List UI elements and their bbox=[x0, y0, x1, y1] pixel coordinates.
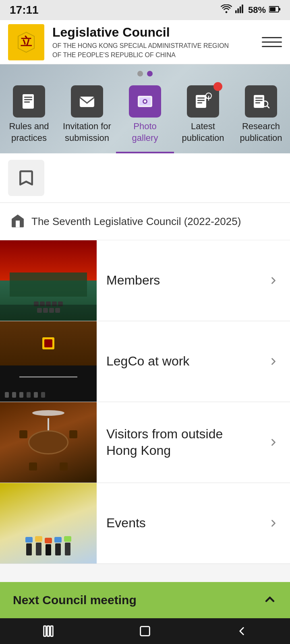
list-item-content-events: Events bbox=[97, 515, 263, 532]
svg-rect-19 bbox=[197, 100, 205, 101]
list-item-title-legco: LegCo at work bbox=[106, 354, 189, 368]
svg-rect-20 bbox=[197, 102, 202, 103]
list-item-events[interactable]: Events bbox=[0, 483, 290, 564]
tab-research[interactable]: Researchpublication bbox=[232, 81, 290, 153]
chevron-up-icon bbox=[263, 592, 277, 608]
list-item-content-members: Members bbox=[97, 272, 263, 289]
svg-point-16 bbox=[144, 100, 146, 103]
dot-2 bbox=[147, 71, 153, 76]
svg-rect-6 bbox=[279, 8, 280, 10]
signal-icon bbox=[235, 4, 245, 16]
status-bar: 17:11 58% bbox=[0, 0, 290, 20]
list-item-content-visitors: Visitors from outside Hong Kong bbox=[97, 426, 263, 459]
svg-rect-31 bbox=[44, 626, 46, 636]
svg-rect-32 bbox=[47, 626, 50, 636]
bookmark-button[interactable] bbox=[8, 160, 44, 196]
svg-rect-33 bbox=[51, 626, 53, 636]
chevron-members bbox=[263, 270, 284, 291]
chevron-legco bbox=[263, 351, 284, 372]
wifi-icon bbox=[221, 4, 232, 16]
tab-invitation[interactable]: Invitation forsubmission bbox=[58, 81, 116, 153]
chevron-visitors bbox=[263, 432, 284, 452]
tab-label-research: Researchpublication bbox=[240, 121, 282, 144]
battery-icon bbox=[269, 5, 280, 15]
tab-photo[interactable]: Photogallery bbox=[116, 81, 174, 153]
tab-icon-photo bbox=[129, 85, 161, 118]
tab-icon-invitation bbox=[71, 85, 103, 118]
logo: 立 bbox=[8, 24, 44, 60]
status-icons: 58% bbox=[221, 4, 280, 16]
tab-label-invitation: Invitation forsubmission bbox=[63, 121, 111, 144]
svg-rect-26 bbox=[255, 97, 263, 99]
svg-rect-2 bbox=[240, 6, 241, 13]
breadcrumb-text: The Seventh Legislative Council (2022-20… bbox=[31, 215, 241, 228]
home-nav-button[interactable] bbox=[133, 619, 157, 643]
status-time: 17:11 bbox=[10, 4, 39, 17]
list-item-title-members: Members bbox=[106, 273, 160, 287]
svg-rect-12 bbox=[80, 97, 94, 107]
svg-rect-5 bbox=[270, 7, 276, 11]
battery-percent: 58% bbox=[248, 5, 266, 15]
tab-label-rules: Rules andpractices bbox=[9, 121, 49, 144]
header-subtitle: OF THE HONG KONG SPECIAL ADMINISTRATIVE … bbox=[52, 41, 262, 60]
dot-1 bbox=[137, 71, 143, 76]
list-container: Members bbox=[0, 240, 290, 564]
list-item-title-visitors: Visitors from outside Hong Kong bbox=[106, 427, 223, 458]
svg-rect-28 bbox=[255, 102, 260, 103]
nav-tabs: Rules andpractices Invitation forsubmiss… bbox=[0, 81, 290, 153]
dot-indicator bbox=[0, 71, 290, 76]
svg-rect-11 bbox=[24, 101, 30, 103]
list-item-members[interactable]: Members bbox=[0, 240, 290, 321]
svg-rect-27 bbox=[255, 100, 263, 101]
next-council-meeting-banner[interactable]: Next Council meeting bbox=[0, 582, 290, 618]
svg-rect-18 bbox=[197, 97, 205, 99]
chevron-events bbox=[263, 513, 284, 533]
header: 立 Legislative Council OF THE HONG KONG S… bbox=[0, 20, 290, 64]
latest-badge bbox=[213, 82, 222, 91]
svg-line-30 bbox=[267, 106, 269, 108]
bottom-nav bbox=[0, 618, 290, 644]
thumb-legco bbox=[0, 321, 97, 402]
thumb-members bbox=[0, 240, 97, 321]
list-item-visitors[interactable]: Visitors from outside Hong Kong bbox=[0, 402, 290, 483]
tab-latest[interactable]: Latestpublication bbox=[174, 81, 232, 153]
back-button[interactable] bbox=[230, 619, 254, 643]
svg-rect-9 bbox=[24, 97, 32, 98]
svg-text:立: 立 bbox=[21, 35, 32, 48]
tab-icon-rules bbox=[13, 85, 45, 118]
nav-tabs-wrapper: Rules andpractices Invitation forsubmiss… bbox=[0, 64, 290, 153]
tab-icon-research bbox=[245, 85, 277, 118]
list-item-legco[interactable]: LegCo at work bbox=[0, 321, 290, 402]
tab-label-photo: Photogallery bbox=[132, 121, 158, 144]
list-item-title-events: Events bbox=[106, 516, 146, 530]
svg-rect-0 bbox=[235, 10, 237, 13]
thumb-events bbox=[0, 483, 97, 564]
header-text: Legislative Council OF THE HONG KONG SPE… bbox=[52, 25, 262, 60]
bookmark-bar bbox=[0, 153, 290, 203]
banner-text: Next Council meeting bbox=[13, 593, 137, 607]
svg-rect-1 bbox=[237, 8, 239, 13]
breadcrumb: The Seventh Legislative Council (2022-20… bbox=[0, 203, 290, 240]
svg-rect-17 bbox=[196, 95, 206, 108]
header-title: Legislative Council bbox=[52, 25, 262, 40]
thumb-visitors bbox=[0, 402, 97, 483]
home-icon bbox=[10, 213, 26, 230]
tab-label-latest: Latestpublication bbox=[182, 121, 224, 144]
menu-button[interactable] bbox=[262, 32, 282, 52]
svg-rect-34 bbox=[141, 627, 150, 636]
list-item-content-legco: LegCo at work bbox=[97, 353, 263, 370]
tab-rules[interactable]: Rules andpractices bbox=[0, 81, 58, 153]
tab-icon-latest bbox=[187, 85, 219, 118]
svg-rect-10 bbox=[24, 99, 32, 100]
recents-button[interactable] bbox=[36, 619, 60, 643]
svg-rect-3 bbox=[242, 4, 243, 13]
